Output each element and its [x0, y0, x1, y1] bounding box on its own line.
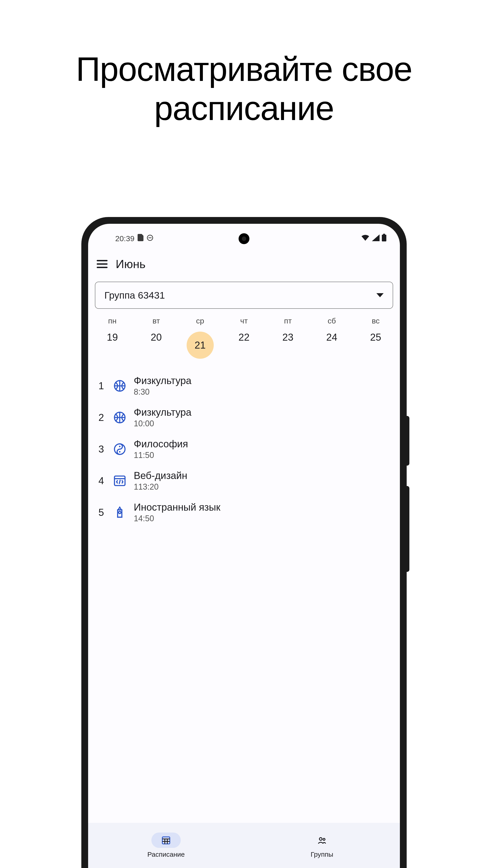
day-number: 20 [151, 332, 162, 343]
groups-icon [307, 833, 337, 848]
lesson-list: 1Физкультура8:302Физкультура10:003Филосо… [88, 368, 400, 823]
nav-schedule[interactable]: Расписание [88, 823, 244, 868]
day-of-week: вс [372, 316, 380, 325]
lesson-number: 4 [97, 475, 106, 487]
lesson-info: Иностранный язык14:50 [134, 502, 220, 523]
group-select-label: Группа 63431 [104, 290, 165, 301]
lesson-title: Иностранный язык [134, 502, 220, 513]
lesson-row[interactable]: 4Веб-дизайн113:20 [95, 465, 393, 497]
lesson-row[interactable]: 3Философия11:50 [95, 433, 393, 465]
nav-groups[interactable]: Группы [244, 823, 400, 868]
svg-rect-2 [383, 234, 385, 235]
day-cell[interactable]: ср21 [183, 316, 217, 359]
bigben-icon [113, 506, 127, 519]
day-number: 25 [370, 332, 381, 343]
svg-rect-3 [382, 235, 386, 241]
day-cell[interactable]: вт20 [139, 316, 173, 359]
lesson-row[interactable]: 1Физкультура8:30 [95, 370, 393, 402]
lesson-number: 3 [97, 443, 106, 455]
day-of-week: чт [240, 316, 248, 325]
day-cell[interactable]: пт23 [271, 316, 305, 359]
lesson-title: Веб-дизайн [134, 470, 187, 481]
day-of-week: пт [284, 316, 292, 325]
lesson-time: 14:50 [134, 514, 220, 523]
lesson-info: Физкультура10:00 [134, 407, 191, 428]
webwindow-icon [113, 474, 127, 488]
promo-headline: Просматривайте свое расписание [0, 50, 488, 128]
day-of-week: сб [328, 316, 336, 325]
day-number: 23 [283, 332, 293, 343]
schedule-icon [151, 833, 181, 848]
day-number: 22 [238, 332, 250, 343]
lesson-time: 10:00 [134, 419, 191, 428]
day-number: 24 [326, 332, 337, 343]
lesson-time: 8:30 [134, 387, 191, 397]
dnd-icon [147, 234, 153, 243]
lesson-info: Физкультура8:30 [134, 375, 191, 397]
lesson-title: Физкультура [134, 375, 191, 386]
group-select[interactable]: Группа 63431 [95, 282, 393, 309]
lesson-number: 5 [97, 507, 106, 518]
lesson-number: 2 [97, 412, 106, 423]
lesson-title: Философия [134, 438, 188, 450]
day-number: 19 [107, 332, 118, 343]
lesson-info: Веб-дизайн113:20 [134, 470, 187, 492]
day-cell[interactable]: сб24 [315, 316, 349, 359]
lesson-row[interactable]: 5Иностранный язык14:50 [95, 497, 393, 528]
nav-label: Расписание [147, 850, 185, 858]
side-button [406, 416, 410, 466]
wifi-icon [361, 234, 369, 243]
day-of-week: ср [196, 316, 204, 325]
lesson-row[interactable]: 2Физкультура10:00 [95, 402, 393, 433]
yinyang-icon [113, 442, 127, 456]
week-strip: пн19вт20ср21чт22пт23сб24вс25 [88, 316, 400, 368]
sim-icon [138, 234, 143, 243]
chevron-down-icon [377, 293, 384, 297]
day-cell[interactable]: чт22 [227, 316, 261, 359]
lesson-info: Философия11:50 [134, 438, 188, 460]
day-of-week: пн [108, 316, 117, 325]
day-cell[interactable]: вс25 [359, 316, 393, 359]
side-button [406, 486, 410, 572]
basketball-icon [113, 379, 127, 393]
lesson-title: Физкультура [134, 407, 191, 418]
app-title: Июнь [116, 257, 145, 271]
signal-icon [372, 234, 380, 243]
basketball-icon [113, 411, 127, 424]
lesson-time: 11:50 [134, 451, 188, 460]
battery-icon [382, 234, 386, 243]
menu-icon[interactable] [97, 260, 107, 268]
bottom-nav: РасписаниеГруппы [88, 823, 400, 868]
day-of-week: вт [153, 316, 160, 325]
status-time: 20:39 [115, 234, 134, 243]
front-camera [238, 233, 250, 244]
lesson-time: 113:20 [134, 482, 187, 492]
day-cell[interactable]: пн19 [95, 316, 129, 359]
day-number: 21 [195, 340, 205, 351]
phone-frame: 20:39 [81, 217, 407, 868]
nav-label: Группы [311, 850, 333, 858]
lesson-number: 1 [97, 380, 106, 392]
